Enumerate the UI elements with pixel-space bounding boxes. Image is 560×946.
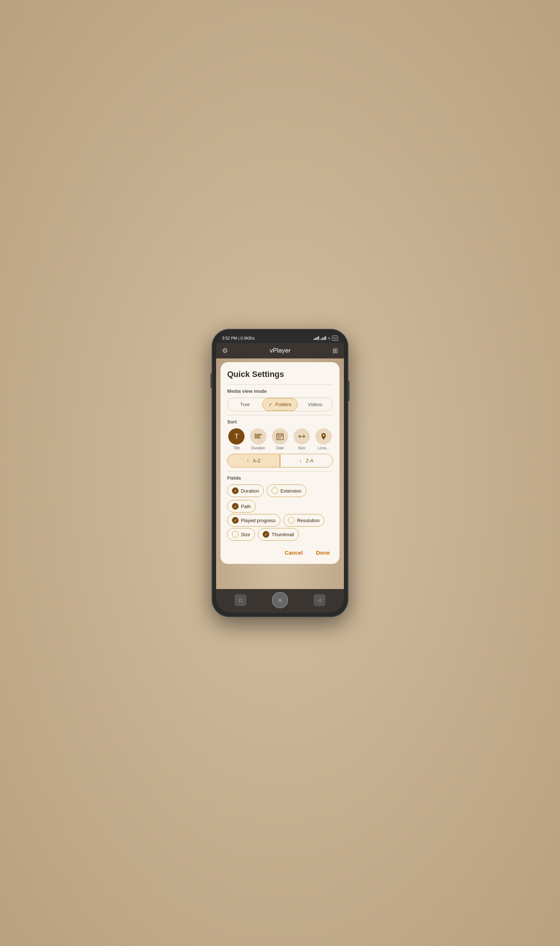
size-label: Size: [241, 532, 250, 537]
status-network: 0.0KB/s: [240, 336, 255, 340]
path-check-icon: ✓: [232, 503, 238, 510]
sort-title-label: Title: [233, 446, 240, 450]
extension-label: Extension: [280, 488, 302, 494]
power-button[interactable]: [348, 381, 349, 401]
dialog-title: Quick Settings: [227, 370, 333, 379]
svg-rect-5: [260, 433, 260, 435]
sort-za-button[interactable]: ↓ Z-A: [280, 454, 333, 467]
path-label: Path: [241, 504, 251, 509]
sort-location-label: Loca...: [318, 446, 329, 450]
phone-screen: 3:52 PM | 0.0KB/s ∿ 52: [216, 333, 344, 613]
svg-rect-2: [254, 438, 261, 438]
svg-rect-10: [278, 436, 279, 437]
content-area: Quick Settings Media view mode Tree ✓ Fo…: [216, 359, 344, 589]
view-mode-folders[interactable]: ✓ Folders: [262, 398, 298, 411]
action-buttons: Cancel Done: [227, 546, 333, 557]
sort-order-group: ↑ A-Z ↓ Z-A: [227, 454, 333, 467]
wifi-icon: ∿: [328, 336, 331, 340]
duration-label: Duration: [241, 488, 259, 494]
sort-title-item[interactable]: T Title: [227, 428, 246, 450]
field-thumbnail[interactable]: ✓ Thumbnail: [258, 528, 299, 541]
played-progress-label: Played progress: [241, 518, 275, 523]
field-extension[interactable]: Extension: [267, 484, 306, 497]
sort-duration-item[interactable]: Duration: [249, 428, 268, 450]
thumbnail-label: Thumbnail: [271, 532, 294, 537]
svg-point-16: [323, 434, 324, 436]
fields-row-3: Size ✓ Thumbnail: [227, 528, 333, 541]
nav-square-button[interactable]: ◻: [235, 594, 246, 606]
svg-rect-14: [279, 438, 280, 439]
app-title: vPlayer: [270, 347, 291, 354]
sort-title-icon: T: [228, 428, 245, 445]
grid-icon[interactable]: ⊞: [332, 347, 338, 355]
svg-rect-13: [278, 438, 279, 439]
nav-home-button[interactable]: ◎: [272, 592, 288, 608]
sort-date-item[interactable]: Date: [271, 428, 289, 450]
duration-check-icon: ✓: [232, 487, 238, 494]
view-mode-group: Tree ✓ Folders Videos: [227, 398, 333, 411]
field-size[interactable]: Size: [227, 528, 255, 541]
cancel-button[interactable]: Cancel: [282, 548, 306, 557]
sort-icons-row: T Title: [227, 428, 333, 450]
svg-rect-11: [279, 436, 280, 437]
view-mode-videos[interactable]: Videos: [298, 398, 332, 411]
done-button[interactable]: Done: [313, 548, 333, 557]
signal-icon-2: [321, 336, 326, 340]
svg-rect-3: [255, 433, 256, 435]
divider-2: [227, 415, 333, 415]
svg-rect-4: [257, 433, 258, 435]
size-check-icon: [232, 531, 238, 538]
resolution-check-icon: [288, 517, 295, 524]
sort-label: Sort: [227, 419, 333, 425]
field-played-progress[interactable]: ✓ Played progress: [227, 514, 280, 527]
sort-size-icon: [294, 428, 310, 445]
svg-rect-1: [254, 436, 260, 437]
view-mode-tree[interactable]: Tree: [228, 398, 262, 411]
thumbnail-check-icon: ✓: [263, 531, 269, 538]
phone-frame: 3:52 PM | 0.0KB/s ∿ 52: [212, 329, 348, 617]
volume-button[interactable]: [211, 373, 212, 388]
bottom-nav: ◻ ◎ ◁: [216, 589, 344, 613]
field-duration[interactable]: ✓ Duration: [227, 484, 264, 497]
status-bar: 3:52 PM | 0.0KB/s ∿ 52: [216, 333, 344, 343]
sort-date-icon: [272, 428, 288, 445]
sort-duration-label: Duration: [251, 446, 265, 450]
divider-3: [227, 471, 333, 471]
media-view-mode-label: Media view mode: [227, 388, 333, 394]
fields-row-2: ✓ Played progress Resolution: [227, 514, 333, 527]
field-resolution[interactable]: Resolution: [283, 514, 324, 527]
extension-check-icon: [271, 487, 278, 494]
svg-rect-12: [281, 436, 282, 437]
sort-location-item[interactable]: Loca...: [314, 428, 333, 450]
sort-location-icon: [315, 428, 332, 445]
sort-size-item[interactable]: Size: [292, 428, 311, 450]
battery-icon: 52: [332, 336, 338, 341]
settings-icon[interactable]: ⚙: [222, 347, 228, 355]
sort-duration-icon: [250, 428, 266, 445]
fields-row-1: ✓ Duration Extension ✓ Path: [227, 484, 333, 513]
fields-label: Fields: [227, 475, 333, 481]
resolution-label: Resolution: [297, 518, 320, 523]
sort-date-label: Date: [276, 446, 284, 450]
nav-back-button[interactable]: ◁: [314, 594, 325, 606]
played-progress-check-icon: ✓: [232, 517, 238, 524]
app-bar: ⚙ vPlayer ⊞: [216, 343, 344, 359]
quick-settings-dialog: Quick Settings Media view mode Tree ✓ Fo…: [220, 362, 340, 564]
sort-az-button[interactable]: ↑ A-Z: [227, 454, 280, 467]
divider-1: [227, 384, 333, 385]
status-time: 3:52 PM: [222, 336, 237, 340]
field-path[interactable]: ✓ Path: [227, 500, 255, 513]
status-time-network: 3:52 PM | 0.0KB/s: [222, 336, 254, 340]
signal-icon: [314, 336, 319, 340]
status-icons: ∿ 52: [314, 336, 338, 341]
sort-size-label: Size: [298, 446, 305, 450]
